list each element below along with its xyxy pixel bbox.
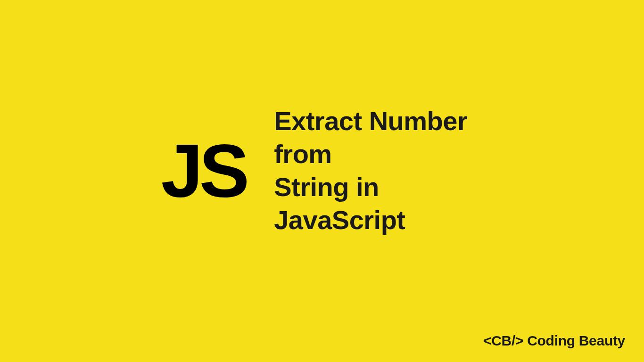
brand-signature: <CB/> Coding Beauty bbox=[483, 333, 625, 349]
js-logo: JS bbox=[161, 133, 246, 208]
title-line-1: Extract Number from bbox=[274, 105, 483, 171]
hero-content: JS Extract Number from String in JavaScr… bbox=[161, 105, 483, 237]
title-line-2: String in JavaScript bbox=[274, 171, 483, 237]
article-title: Extract Number from String in JavaScript bbox=[274, 105, 483, 237]
